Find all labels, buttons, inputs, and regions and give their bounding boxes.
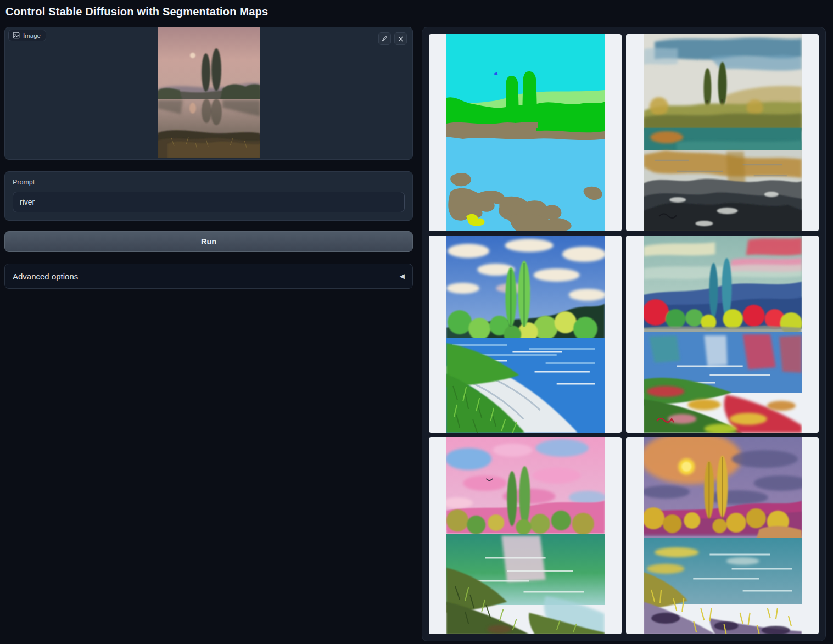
gallery-item-pastel-pink-river[interactable]: [429, 437, 622, 634]
green-river-painting-image: [446, 236, 605, 433]
image-upload-panel[interactable]: Image: [4, 27, 413, 160]
gallery-item-golden-sunset-river[interactable]: [626, 437, 819, 634]
expressionist-river-image: [644, 236, 802, 433]
golden-sunset-river-image: [644, 437, 802, 634]
segmentation-map-image: [446, 34, 605, 231]
run-button[interactable]: Run: [4, 231, 413, 252]
edit-image-button[interactable]: [378, 32, 391, 45]
pencil-icon: [381, 35, 388, 42]
watercolor-river-image: [644, 34, 802, 231]
main-layout: Image: [4, 27, 826, 641]
collapse-arrow-icon: ◀: [400, 272, 405, 280]
output-gallery: [422, 27, 826, 641]
image-label-text: Image: [23, 32, 41, 39]
prompt-input[interactable]: [13, 192, 405, 212]
gallery-item-watercolor-river[interactable]: [626, 34, 819, 231]
image-toolbar: [378, 32, 407, 45]
prompt-panel: Prompt: [4, 171, 413, 221]
prompt-label: Prompt: [13, 178, 405, 186]
gallery-item-segmentation-map[interactable]: [429, 34, 622, 231]
gallery-item-green-river-painting[interactable]: [429, 236, 622, 433]
input-column: Image: [4, 27, 413, 289]
gallery-item-expressionist-river[interactable]: [626, 236, 819, 433]
advanced-options-accordion[interactable]: Advanced options ◀: [4, 264, 413, 289]
page-title: Control Stable Diffusion with Segmentati…: [5, 5, 826, 18]
clear-image-button[interactable]: [394, 32, 407, 45]
image-icon: [13, 32, 20, 39]
input-image-preview: [158, 27, 260, 158]
advanced-options-label: Advanced options: [13, 272, 78, 281]
close-icon: [398, 36, 404, 42]
pastel-pink-river-image: [446, 437, 605, 634]
image-label: Image: [8, 30, 46, 41]
